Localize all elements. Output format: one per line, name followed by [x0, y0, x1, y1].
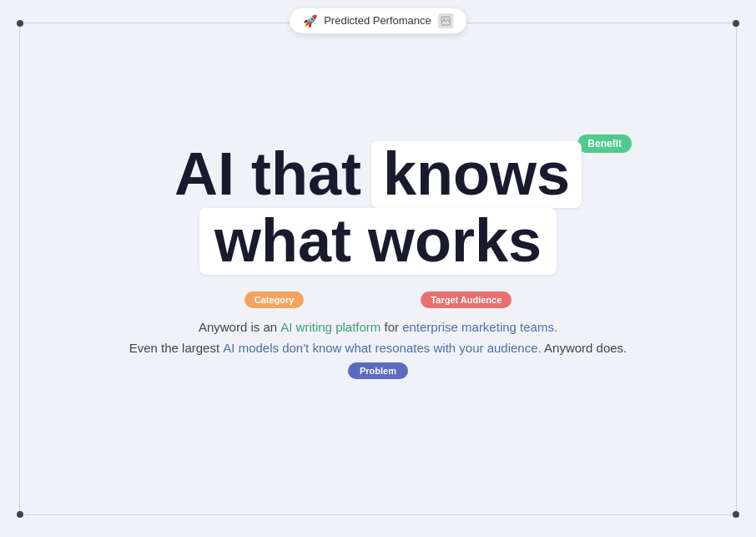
- rocket-icon: 🚀: [303, 14, 317, 28]
- top-bar[interactable]: 🚀 Predicted Perfomance: [290, 8, 466, 33]
- description-line1: Anyword is an AI writing platform for en…: [129, 317, 627, 338]
- desc-even: Even the largest: [129, 341, 224, 355]
- corner-dot-bl: [17, 511, 23, 518]
- image-icon: [438, 13, 453, 28]
- top-bar-label: Predicted Perfomance: [324, 14, 431, 27]
- benefit-badge[interactable]: Benefit: [577, 134, 632, 153]
- desc-anyword-does: Anyword does.: [542, 341, 627, 355]
- main-content: Benefit AI that knows what works Categor…: [129, 141, 627, 378]
- headline-ai-that: AI that: [174, 143, 361, 206]
- desc-enterprise: enterprise marketing teams.: [402, 320, 557, 334]
- desc-ai-platform: AI writing platform: [280, 320, 381, 334]
- corner-dot-tl: [17, 20, 23, 27]
- description: Anyword is an AI writing platform for en…: [129, 317, 627, 359]
- problem-badge-row: Problem: [348, 362, 408, 379]
- desc-anyword: Anyword is an: [199, 320, 280, 334]
- desc-for: for: [381, 320, 402, 334]
- headline-line2: what works: [174, 208, 582, 275]
- corner-dot-br: [733, 511, 739, 518]
- badges-row: Category Target Audience: [244, 291, 512, 308]
- headline-what-works-boxed: what works: [199, 208, 557, 275]
- category-badge[interactable]: Category: [244, 291, 305, 308]
- svg-point-1: [443, 18, 445, 20]
- main-canvas: 🚀 Predicted Perfomance Benefit AI that k…: [19, 23, 737, 515]
- problem-badge[interactable]: Problem: [348, 362, 408, 379]
- headline-line1: AI that knows: [174, 141, 582, 208]
- target-audience-badge[interactable]: Target Audience: [421, 291, 512, 308]
- headline-area: Benefit AI that knows what works: [174, 141, 582, 274]
- headline-knows-boxed: knows: [371, 141, 582, 208]
- corner-dot-tr: [733, 20, 739, 27]
- desc-ai-models: AI models don't know what resonates with…: [223, 341, 541, 355]
- description-line2: Even the largest AI models don't know wh…: [129, 337, 627, 359]
